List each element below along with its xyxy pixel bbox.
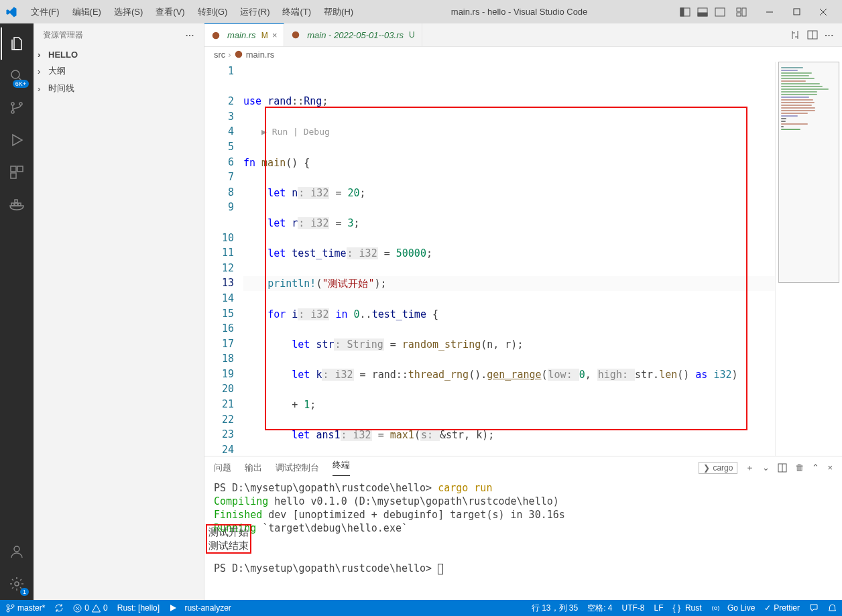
account-icon [9, 544, 25, 560]
play-icon [169, 604, 177, 612]
activity-account[interactable] [1, 536, 33, 568]
branch-icon [5, 603, 15, 613]
menu-run[interactable]: 运行(R) [235, 4, 275, 20]
compare-changes-icon[interactable] [790, 29, 800, 40]
settings-badge: 1 [20, 588, 29, 596]
close-button[interactable] [810, 2, 837, 22]
status-indent[interactable]: 空格: 4 [587, 603, 612, 614]
sidebar-section-timeline[interactable]: ›时间线 [34, 80, 204, 97]
status-errors[interactable]: 0 0 [73, 603, 107, 613]
layout-primary-icon[interactable] [680, 7, 690, 17]
sidebar-more-icon[interactable] [186, 31, 194, 40]
svg-point-12 [11, 70, 19, 78]
explorer-sidebar: 资源管理器 ›HELLO ›大纲 ›时间线 [34, 23, 204, 600]
menu-file[interactable]: 文件(F) [25, 4, 65, 20]
panel-tab-debug-console[interactable]: 调试控制台 [276, 462, 319, 474]
status-feedback[interactable] [809, 603, 819, 613]
panel-tab-terminal[interactable]: 终端 [333, 459, 350, 476]
close-tab-icon[interactable]: × [272, 30, 278, 40]
menu-help[interactable]: 帮助(H) [318, 4, 359, 20]
layout-secondary-icon[interactable] [715, 7, 725, 17]
activity-scm[interactable] [1, 92, 33, 124]
svg-rect-4 [715, 8, 725, 16]
svg-point-35 [11, 605, 14, 607]
breadcrumbs[interactable]: src› main.rs [204, 47, 842, 62]
code-editor[interactable]: 1 2 3 4 5 6 7 8 9 10 11 12 13 14 15 16 1… [204, 62, 842, 456]
status-prettier[interactable]: ✓ Prettier [764, 603, 800, 613]
kill-terminal-icon[interactable]: 🗑 [795, 463, 804, 473]
menu-go[interactable]: 转到(G) [192, 4, 233, 20]
sidebar-section-outline[interactable]: ›大纲 [34, 62, 204, 80]
split-editor-icon[interactable] [807, 29, 818, 40]
split-terminal-icon[interactable] [778, 463, 787, 473]
menu-selection[interactable]: 选择(S) [109, 4, 148, 20]
svg-point-27 [292, 32, 300, 39]
svg-rect-6 [742, 8, 746, 16]
broadcast-icon [711, 604, 720, 613]
activity-bar: 6K+ 1 [0, 23, 34, 600]
activity-docker[interactable] [1, 188, 33, 221]
activity-settings[interactable]: 1 [1, 568, 33, 600]
svg-point-30 [235, 51, 242, 58]
shell-icon: ❯ [703, 463, 710, 473]
panel-tab-output[interactable]: 输出 [245, 462, 262, 474]
codelens-run-debug[interactable]: ▶ Run | Debug [261, 127, 330, 137]
extensions-icon [9, 164, 25, 180]
status-bell[interactable] [828, 604, 837, 613]
rust-file-icon [291, 30, 300, 40]
menu-edit[interactable]: 编辑(E) [67, 4, 107, 20]
customize-layout-icon[interactable] [736, 7, 747, 17]
maximize-button[interactable] [783, 2, 810, 22]
minimap-viewport[interactable] [778, 62, 839, 283]
code-content[interactable]: use rand::Rng; ▶ Run | Debug fn main() {… [243, 62, 775, 456]
svg-point-26 [213, 32, 220, 39]
current-line-highlight [243, 276, 775, 291]
svg-point-24 [14, 546, 19, 552]
maximize-panel-icon[interactable]: ⌃ [812, 463, 819, 473]
status-golive[interactable]: Go Live [711, 603, 756, 613]
svg-rect-18 [17, 166, 23, 172]
minimap[interactable] [775, 62, 842, 456]
tab-main-rs[interactable]: main.rs M × [204, 23, 284, 46]
svg-point-33 [7, 605, 9, 607]
svg-rect-19 [11, 173, 16, 178]
terminal-dropdown-icon[interactable]: ⌄ [762, 463, 770, 473]
vscode-logo-icon [5, 6, 17, 18]
status-branch[interactable]: master* [5, 603, 45, 613]
error-icon [73, 604, 82, 613]
status-lsp[interactable]: rust-analyzer [169, 603, 231, 613]
files-icon [9, 36, 25, 52]
menu-view[interactable]: 查看(V) [150, 4, 190, 20]
activity-search[interactable]: 6K+ [1, 60, 33, 92]
tab-main-backup[interactable]: main - 2022-05-01--03.rs U [284, 23, 422, 46]
status-sync[interactable] [54, 603, 64, 613]
chevron-right-icon: › [38, 84, 46, 94]
sync-icon [54, 603, 64, 613]
activity-explorer[interactable] [1, 27, 33, 60]
svg-point-39 [714, 607, 717, 609]
modified-indicator: M [261, 31, 268, 40]
svg-point-34 [7, 609, 9, 612]
panel-tab-problems[interactable]: 问题 [214, 462, 231, 474]
terminal-content[interactable]: PS D:\mysetup\gopath\rustcode\hello> car… [204, 479, 842, 600]
feedback-icon [809, 603, 819, 613]
layout-panel-icon[interactable] [697, 7, 708, 17]
status-eol[interactable]: LF [654, 603, 664, 613]
close-panel-icon[interactable]: × [827, 463, 833, 473]
status-rust[interactable]: Rust: [hello] [117, 603, 160, 613]
activity-debug[interactable] [1, 124, 33, 156]
status-encoding[interactable]: UTF-8 [622, 603, 645, 613]
tab-more-icon[interactable] [825, 30, 834, 40]
sidebar-section-hello[interactable]: ›HELLO [34, 47, 204, 62]
svg-rect-5 [737, 8, 741, 11]
rust-file-icon [211, 31, 221, 40]
menu-terminal[interactable]: 终端(T) [277, 4, 316, 20]
status-language[interactable]: { }Rust [673, 603, 702, 613]
minimize-button[interactable] [756, 2, 783, 22]
titlebar: 文件(F) 编辑(E) 选择(S) 查看(V) 转到(G) 运行(R) 终端(T… [0, 0, 842, 23]
new-terminal-icon[interactable]: ＋ [745, 462, 754, 474]
rust-file-icon [234, 50, 243, 59]
terminal-shell-chip[interactable]: ❯cargo [699, 462, 737, 474]
status-cursor-pos[interactable]: 行 13，列 35 [532, 603, 578, 614]
activity-extensions[interactable] [1, 156, 33, 188]
